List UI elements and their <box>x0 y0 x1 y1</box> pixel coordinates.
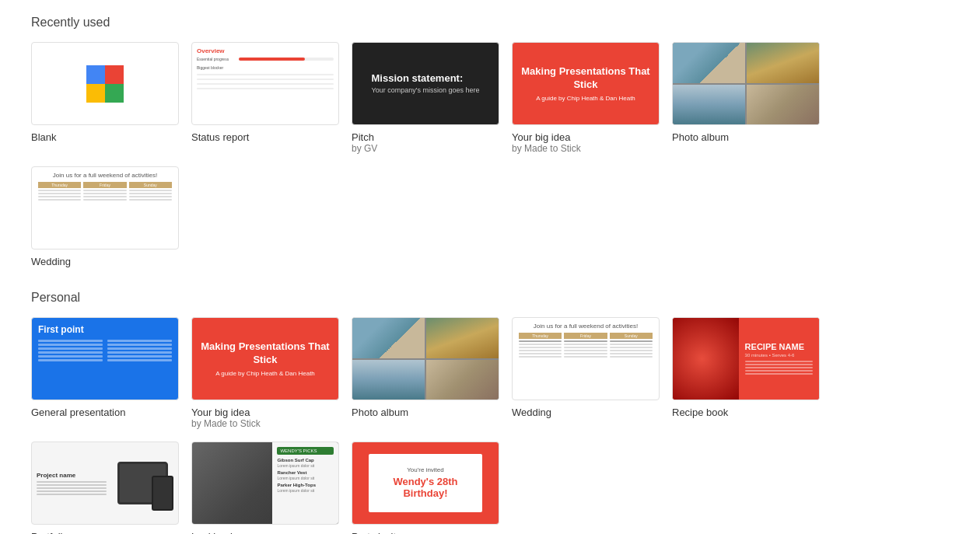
bigidea-title: Making Presentations That Stick <box>200 340 331 367</box>
template-pitch[interactable]: Mission statement: Your company's missio… <box>352 42 499 154</box>
recipe-text-side: RECIPE NAME 30 minutes • Serves 4-6 <box>739 318 819 400</box>
template-party[interactable]: You're invited Wendy's 28th Birthday! Pa… <box>352 442 499 534</box>
wedding-col-thu: Thursday <box>38 182 81 201</box>
general-title-text: First point <box>38 324 172 335</box>
template-thumb-wedding-recent: Join us for a full weekend of activities… <box>31 166 179 250</box>
template-sub-bigidea-recent: by Made to Stick <box>512 143 660 154</box>
recently-used-section: Recently used Blank Overview Essential p… <box>31 16 949 267</box>
wedding-title-recent: Join us for a full weekend of activities… <box>38 172 172 179</box>
template-status-report[interactable]: Overview Essential progress Biggest bloc… <box>191 42 339 154</box>
wedding-col-fri: Friday <box>83 182 126 201</box>
portfolio-lines <box>37 481 107 495</box>
template-label-lookbook: Lookbook <box>191 531 339 534</box>
template-label-wedding-recent: Wedding <box>31 256 179 267</box>
wedding-title: Join us for a full weekend of activities… <box>519 323 653 330</box>
template-thumb-status: Overview Essential progress Biggest bloc… <box>191 42 339 125</box>
photo-p2 <box>426 318 499 358</box>
bigidea-title-recent: Making Presentations That Stick <box>520 65 651 92</box>
pitch-subtitle: Your company's mission goes here <box>372 86 480 96</box>
photo-cell-2 <box>747 43 819 83</box>
template-label-portfolio: Portfolio <box>31 531 179 534</box>
template-label-bigidea: Your big idea <box>191 407 339 418</box>
template-recipe[interactable]: RECIPE NAME 30 minutes • Serves 4-6 Reci… <box>672 317 820 429</box>
template-label-party: Party invite <box>352 531 499 534</box>
template-label-status: Status report <box>191 131 339 143</box>
lookbook-item-3: Parker High-Tops <box>277 483 334 487</box>
template-thumb-photo-recent <box>672 42 820 125</box>
template-thumb-photo <box>352 317 499 400</box>
photo-cell-4 <box>747 85 819 125</box>
bigidea-sub: A guide by Chip Heath & Dan Heath <box>200 370 331 377</box>
lookbook-desc-3: Lorem ipsum dolor sit <box>277 488 334 493</box>
bigidea-text-recent: Making Presentations That Stick A guide … <box>520 65 651 103</box>
wedding-fri: Friday <box>564 333 607 358</box>
template-wedding-recent[interactable]: Join us for a full weekend of activities… <box>31 166 179 267</box>
template-thumb-general: First point <box>31 317 179 400</box>
template-label-photo: Photo album <box>352 407 499 418</box>
wedding-col-fri-header: Friday <box>83 182 126 188</box>
template-label-recipe: Recipe book <box>672 407 820 418</box>
wedding-col-sun: Sunday <box>129 182 172 201</box>
template-thumb-lookbook: WENDY'S PICKS Gibson Surf Cap Lorem ipsu… <box>191 442 339 525</box>
portfolio-text-side: Project name <box>37 472 107 495</box>
party-name-text: Wendy's 28th Birthday! <box>373 476 478 500</box>
photo-p1 <box>352 318 425 358</box>
recipe-lines <box>745 361 813 376</box>
personal-section: Personal First point General presentatio… <box>31 291 949 534</box>
template-label-pitch: Pitch <box>352 131 499 143</box>
template-thumb-pitch: Mission statement: Your company's missio… <box>352 42 499 125</box>
lookbook-overlay: WENDY'S PICKS Gibson Surf Cap Lorem ipsu… <box>272 442 338 524</box>
template-photo-recent[interactable]: Photo album <box>672 42 820 154</box>
template-label-wedding: Wedding <box>512 407 660 418</box>
portfolio-project-name: Project name <box>37 472 107 479</box>
status-overview-text: Overview <box>197 47 334 54</box>
lookbook-item-1: Gibson Surf Cap <box>277 458 334 462</box>
template-sub-bigidea: by Made to Stick <box>191 418 339 429</box>
template-thumb-bigidea-recent: Making Presentations That Stick A guide … <box>512 42 660 125</box>
recipe-sub: 30 minutes • Serves 4-6 <box>745 353 813 358</box>
template-sub-pitch: by GV <box>352 143 499 154</box>
lookbook-brand: WENDY'S PICKS <box>277 447 334 455</box>
template-thumb-recipe: RECIPE NAME 30 minutes • Serves 4-6 <box>672 317 820 400</box>
template-blank[interactable]: Blank <box>31 42 179 154</box>
wedding-thu-header: Thursday <box>519 333 562 339</box>
template-label-general: General presentation <box>31 407 179 418</box>
recently-used-title: Recently used <box>31 16 949 30</box>
wedding-grid: Thursday Friday <box>519 333 653 358</box>
lookbook-desc-2: Lorem ipsum dolor sit <box>277 476 334 480</box>
wedding-fri-header: Friday <box>564 333 607 339</box>
general-col-2 <box>107 340 172 363</box>
template-bigidea[interactable]: Making Presentations That Stick A guide … <box>191 317 339 429</box>
wedding-sun-header: Sunday <box>610 333 653 339</box>
template-thumb-bigidea: Making Presentations That Stick A guide … <box>191 317 339 400</box>
template-label-blank: Blank <box>31 131 179 143</box>
wedding-col-sun-header: Sunday <box>129 182 172 188</box>
template-lookbook[interactable]: WENDY'S PICKS Gibson Surf Cap Lorem ipsu… <box>191 442 339 534</box>
template-photo[interactable]: Photo album <box>352 317 499 429</box>
wedding-col-thu-header: Thursday <box>38 182 81 188</box>
template-portfolio[interactable]: Project name Portfolio <box>31 442 179 534</box>
photo-p3 <box>352 360 425 400</box>
status-lines: Essential progress Biggest blocker <box>197 57 334 89</box>
lookbook-item-2: Rancher Vest <box>277 470 334 475</box>
lookbook-desc-1: Lorem ipsum dolor sit <box>277 463 334 468</box>
bigidea-text: Making Presentations That Stick A guide … <box>200 340 331 378</box>
recipe-name: RECIPE NAME <box>745 342 813 351</box>
party-inner: You're invited Wendy's 28th Birthday! <box>369 454 482 513</box>
photo-cell-1 <box>673 43 745 83</box>
template-thumb-blank <box>31 42 179 125</box>
template-thumb-portfolio: Project name <box>31 442 179 525</box>
personal-grid: First point General presentation <box>31 317 949 534</box>
photo-cell-3 <box>673 85 745 125</box>
template-wedding[interactable]: Join us for a full weekend of activities… <box>512 317 660 429</box>
device-phone <box>152 476 173 511</box>
personal-title: Personal <box>31 291 949 305</box>
template-general[interactable]: First point General presentation <box>31 317 179 429</box>
recipe-img-bg <box>673 318 746 400</box>
template-label-photo-recent: Photo album <box>672 131 820 143</box>
bigidea-sub-recent: A guide by Chip Heath & Dan Heath <box>520 95 651 102</box>
general-col-1 <box>38 340 103 363</box>
template-bigidea-recent[interactable]: Making Presentations That Stick A guide … <box>512 42 660 154</box>
template-label-bigidea-recent: Your big idea <box>512 131 660 143</box>
template-thumb-party: You're invited Wendy's 28th Birthday! <box>352 442 499 525</box>
